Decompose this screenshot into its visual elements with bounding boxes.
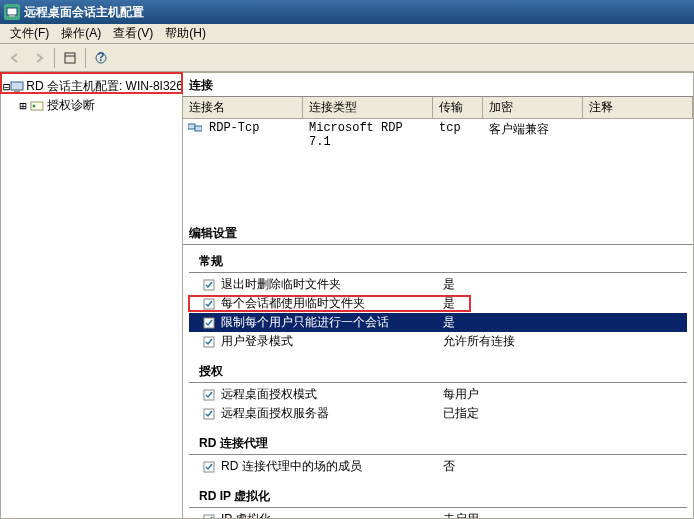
setting-icon [201, 460, 217, 474]
expand-icon[interactable]: ⊞ [17, 99, 29, 113]
prop-broker-member[interactable]: RD 连接代理中的场的成员 否 [189, 457, 687, 476]
refresh-button[interactable] [59, 47, 81, 69]
svg-rect-7 [14, 90, 20, 92]
setting-icon [201, 335, 217, 349]
prop-login-mode[interactable]: 用户登录模式 允许所有连接 [189, 332, 687, 351]
titlebar: 远程桌面会话主机配置 [0, 0, 694, 24]
prop-label: 远程桌面授权模式 [221, 386, 443, 403]
group-general-title: 常规 [189, 251, 687, 273]
prop-label: RD 连接代理中的场的成员 [221, 458, 443, 475]
menubar: 文件(F) 操作(A) 查看(V) 帮助(H) [0, 24, 694, 44]
group-general: 常规 退出时删除临时文件夹 是 每个会话都使用临时文件夹 是 限制每个用户只能进… [189, 251, 687, 351]
expand-icon[interactable]: ⊟ [3, 80, 10, 94]
svg-rect-10 [188, 124, 195, 129]
prop-value: 未启用 [443, 511, 687, 519]
cell-encryption: 客户端兼容 [483, 121, 583, 149]
prop-label: 远程桌面授权服务器 [221, 405, 443, 422]
svg-rect-19 [204, 515, 214, 520]
setting-icon [201, 297, 217, 311]
svg-rect-0 [7, 8, 17, 15]
group-licensing: 授权 远程桌面授权模式 每用户 远程桌面授权服务器 已指定 [189, 361, 687, 423]
setting-icon [201, 513, 217, 520]
group-licensing-title: 授权 [189, 361, 687, 383]
toolbar-separator [85, 48, 86, 68]
svg-rect-6 [11, 82, 23, 90]
setting-icon [201, 388, 217, 402]
setting-icon [201, 407, 217, 421]
prop-label: 每个会话都使用临时文件夹 [221, 295, 443, 312]
nav-forward-button [28, 47, 50, 69]
prop-value: 是 [443, 295, 687, 312]
prop-value: 每用户 [443, 386, 687, 403]
prop-label: 用户登录模式 [221, 333, 443, 350]
prop-value: 是 [443, 276, 687, 293]
table-row[interactable]: RDP-Tcp Microsoft RDP 7.1 tcp 客户端兼容 [183, 119, 693, 151]
cell-name: RDP-Tcp [203, 121, 303, 149]
menu-help[interactable]: 帮助(H) [159, 23, 212, 44]
col-transport[interactable]: 传输 [433, 97, 483, 118]
svg-rect-1 [9, 15, 15, 17]
toolbar: ? [0, 44, 694, 72]
prop-value: 否 [443, 458, 687, 475]
group-broker: RD 连接代理 RD 连接代理中的场的成员 否 [189, 433, 687, 476]
window-title: 远程桌面会话主机配置 [24, 4, 144, 21]
prop-label: 退出时删除临时文件夹 [221, 276, 443, 293]
tree-child[interactable]: ⊞ 授权诊断 [3, 96, 180, 115]
tree-root[interactable]: ⊟ RD 会话主机配置: WIN-8I326 [3, 77, 180, 96]
prop-label: 限制每个用户只能进行一个会话 [221, 314, 443, 331]
connections-title: 连接 [183, 73, 693, 97]
group-broker-title: RD 连接代理 [189, 433, 687, 455]
tree-root-label: RD 会话主机配置: WIN-8I326 [26, 78, 183, 95]
svg-point-9 [33, 104, 36, 107]
cell-type: Microsoft RDP 7.1 [303, 121, 433, 149]
prop-value: 是 [443, 314, 687, 331]
col-name[interactable]: 连接名 [183, 97, 303, 118]
prop-license-server[interactable]: 远程桌面授权服务器 已指定 [189, 404, 687, 423]
prop-delete-temp[interactable]: 退出时删除临时文件夹 是 [189, 275, 687, 294]
col-encryption[interactable]: 加密 [483, 97, 583, 118]
app-icon [4, 4, 20, 20]
prop-label: IP 虚拟化 [221, 511, 443, 519]
menu-view[interactable]: 查看(V) [107, 23, 159, 44]
menu-file[interactable]: 文件(F) [4, 23, 55, 44]
setting-icon [201, 316, 217, 330]
group-virtualization: RD IP 虚拟化 IP 虚拟化 未启用 [189, 486, 687, 519]
connection-icon [187, 121, 203, 135]
col-type[interactable]: 连接类型 [303, 97, 433, 118]
group-virtualization-title: RD IP 虚拟化 [189, 486, 687, 508]
prop-single-session[interactable]: 限制每个用户只能进行一个会话 是 [189, 313, 687, 332]
prop-value: 允许所有连接 [443, 333, 687, 350]
editsettings-title: 编辑设置 [183, 221, 693, 245]
prop-ip-virtualization[interactable]: IP 虚拟化 未启用 [189, 510, 687, 519]
tree-child-label: 授权诊断 [47, 97, 95, 114]
prop-license-mode[interactable]: 远程桌面授权模式 每用户 [189, 385, 687, 404]
svg-text:?: ? [97, 51, 104, 64]
svg-rect-2 [65, 53, 75, 63]
table-header: 连接名 连接类型 传输 加密 注释 [183, 97, 693, 119]
col-comment[interactable]: 注释 [583, 97, 693, 118]
setting-icon [201, 278, 217, 292]
prop-value: 已指定 [443, 405, 687, 422]
toolbar-separator [54, 48, 55, 68]
host-config-icon [10, 80, 24, 94]
prop-use-temp[interactable]: 每个会话都使用临时文件夹 是 [189, 294, 687, 313]
help-button[interactable]: ? [90, 47, 112, 69]
cell-transport: tcp [433, 121, 483, 149]
nav-back-button [4, 47, 26, 69]
svg-rect-11 [195, 126, 202, 131]
content-pane: 连接 连接名 连接类型 传输 加密 注释 RDP-Tcp Microsoft R… [183, 72, 694, 519]
menu-action[interactable]: 操作(A) [55, 23, 107, 44]
tree-pane: ⊟ RD 会话主机配置: WIN-8I326 ⊞ 授权诊断 [0, 72, 183, 519]
licensing-diag-icon [29, 99, 45, 113]
